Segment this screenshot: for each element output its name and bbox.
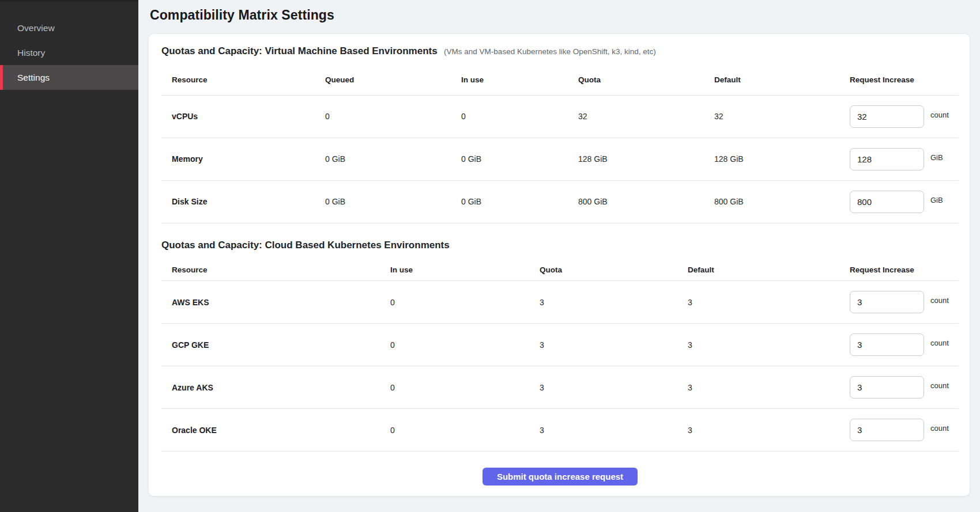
- section-heading-vm-note: (VMs and VM-based Kubernetes like OpenSh…: [444, 47, 656, 56]
- cell-request-increase: count: [839, 95, 959, 138]
- cell-request-increase: count: [839, 366, 959, 409]
- cell-default: 3: [677, 324, 839, 366]
- cell-quota: 32: [568, 95, 704, 138]
- cell-queued: 0 GiB: [315, 180, 451, 223]
- main-content: Compatibility Matrix Settings Quotas and…: [138, 0, 980, 512]
- cell-default: 800 GiB: [704, 180, 839, 223]
- sidebar: Overview History Settings: [0, 0, 138, 512]
- cell-in-use: 0 GiB: [451, 180, 568, 223]
- submit-button-row: Submit quota increase request: [161, 468, 959, 486]
- vm-table-header-row: Resource Queued In use Quota Default Req…: [161, 65, 959, 95]
- request-increase-input-oracle-oke[interactable]: [850, 419, 924, 441]
- col-header-in-use: In use: [380, 259, 529, 281]
- col-header-default: Default: [677, 259, 839, 281]
- section-heading-cloud: Quotas and Capacity: Cloud Based Kuberne…: [161, 240, 959, 251]
- col-header-quota: Quota: [568, 65, 704, 95]
- cell-request-increase: count: [839, 281, 959, 324]
- section-heading-vm-text: Quotas and Capacity: Virtual Machine Bas…: [161, 45, 438, 56]
- cell-quota: 3: [529, 409, 677, 452]
- request-increase-input-aws-eks[interactable]: [850, 291, 924, 313]
- cell-default: 3: [677, 409, 839, 452]
- cloud-table-header-row: Resource In use Quota Default Request In…: [161, 259, 959, 281]
- cell-queued: 0: [315, 95, 451, 138]
- submit-quota-request-button[interactable]: Submit quota increase request: [483, 468, 638, 486]
- quotas-card: Quotas and Capacity: Virtual Machine Bas…: [148, 33, 970, 496]
- col-header-resource: Resource: [161, 259, 380, 281]
- table-row-memory: Memory 0 GiB 0 GiB 128 GiB 128 GiB GiB: [161, 138, 959, 180]
- cell-resource: vCPUs: [161, 95, 315, 138]
- cell-default: 3: [677, 366, 839, 409]
- table-row-azure-aks: Azure AKS 0 3 3 count: [161, 366, 959, 409]
- request-increase-input-vcpus[interactable]: [850, 105, 924, 128]
- unit-label: GiB: [930, 153, 943, 162]
- table-row-aws-eks: AWS EKS 0 3 3 count: [161, 281, 959, 324]
- unit-label: count: [930, 111, 949, 119]
- cell-default: 32: [704, 95, 839, 138]
- cell-in-use: 0 GiB: [451, 138, 568, 180]
- section-heading-cloud-text: Quotas and Capacity: Cloud Based Kuberne…: [161, 240, 450, 251]
- app-window: Overview History Settings Compatibility …: [0, 0, 980, 512]
- request-increase-input-azure-aks[interactable]: [850, 376, 924, 399]
- cell-request-increase: count: [839, 409, 959, 452]
- unit-label: count: [930, 381, 949, 390]
- unit-label: count: [930, 296, 949, 305]
- col-header-queued: Queued: [315, 65, 451, 95]
- unit-label: count: [930, 339, 949, 347]
- cell-resource: AWS EKS: [161, 281, 380, 324]
- col-header-request-increase: Request Increase: [839, 259, 959, 281]
- cell-resource: Azure AKS: [161, 366, 380, 409]
- cell-resource: Oracle OKE: [161, 409, 380, 452]
- sidebar-item-overview[interactable]: Overview: [0, 16, 138, 40]
- cell-request-increase: GiB: [839, 138, 959, 180]
- cell-quota: 3: [529, 281, 677, 324]
- table-row-vcpus: vCPUs 0 0 32 32 count: [161, 95, 959, 138]
- cell-resource: GCP GKE: [161, 324, 380, 366]
- table-row-oracle-oke: Oracle OKE 0 3 3 count: [161, 409, 959, 452]
- vm-quota-table: Resource Queued In use Quota Default Req…: [161, 65, 959, 223]
- unit-label: count: [930, 424, 949, 433]
- request-increase-input-gcp-gke[interactable]: [850, 333, 924, 356]
- cell-in-use: 0: [380, 324, 529, 366]
- cell-queued: 0 GiB: [315, 138, 451, 180]
- unit-label: GiB: [930, 196, 943, 204]
- cell-in-use: 0: [380, 409, 529, 452]
- cell-in-use: 0: [380, 366, 529, 409]
- cell-quota: 800 GiB: [568, 180, 704, 223]
- cell-in-use: 0: [451, 95, 568, 138]
- table-row-gcp-gke: GCP GKE 0 3 3 count: [161, 324, 959, 366]
- cell-in-use: 0: [380, 281, 529, 324]
- col-header-quota: Quota: [529, 259, 677, 281]
- cloud-quota-table: Resource In use Quota Default Request In…: [161, 259, 959, 452]
- section-heading-vm: Quotas and Capacity: Virtual Machine Bas…: [161, 45, 959, 57]
- sidebar-item-settings[interactable]: Settings: [0, 65, 138, 90]
- cell-quota: 3: [529, 324, 677, 366]
- cell-request-increase: GiB: [839, 180, 959, 223]
- cell-quota: 3: [529, 366, 677, 409]
- cell-default: 128 GiB: [704, 138, 839, 180]
- cell-request-increase: count: [839, 324, 959, 366]
- cell-default: 3: [677, 281, 839, 324]
- page-title: Compatibility Matrix Settings: [150, 7, 970, 23]
- cell-resource: Memory: [161, 138, 315, 180]
- col-header-default: Default: [704, 65, 839, 95]
- col-header-resource: Resource: [161, 65, 315, 95]
- col-header-in-use: In use: [451, 65, 568, 95]
- col-header-request-increase: Request Increase: [839, 65, 959, 95]
- request-increase-input-disk-size[interactable]: [850, 191, 924, 213]
- sidebar-item-history[interactable]: History: [0, 40, 138, 65]
- sidebar-nav: Overview History Settings: [0, 2, 138, 90]
- request-increase-input-memory[interactable]: [850, 148, 924, 170]
- cell-quota: 128 GiB: [568, 138, 704, 180]
- cell-resource: Disk Size: [161, 180, 315, 223]
- table-row-disk-size: Disk Size 0 GiB 0 GiB 800 GiB 800 GiB Gi…: [161, 180, 959, 223]
